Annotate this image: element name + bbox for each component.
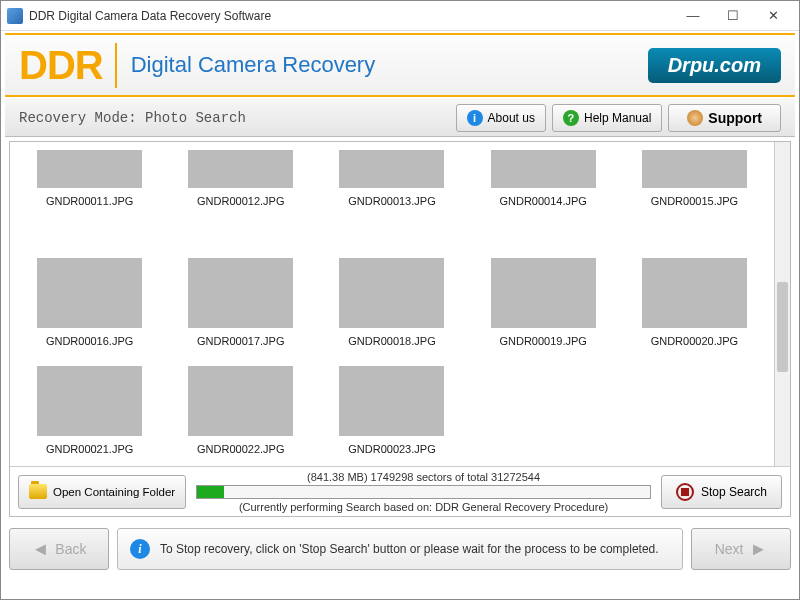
banner-subtitle: Digital Camera Recovery [131, 52, 648, 78]
thumbnail-item[interactable]: GNDR00020.JPG [621, 258, 768, 364]
thumbnail-image [642, 150, 747, 188]
thumbnail-image [37, 150, 142, 188]
thumbnail-filename: GNDR00013.JPG [348, 195, 435, 207]
progress-subtext: (Currently performing Search based on: D… [239, 501, 608, 513]
thumbnail-item[interactable]: GNDR00018.JPG [318, 258, 465, 364]
back-label: Back [55, 541, 86, 557]
about-button[interactable]: i About us [456, 104, 546, 132]
footer-info: i To Stop recovery, click on 'Stop Searc… [117, 528, 683, 570]
thumbnail-item[interactable]: GNDR00016.JPG [16, 258, 163, 364]
info-icon: i [467, 110, 483, 126]
progress-status: (841.38 MB) 1749298 sectors of total 312… [307, 471, 540, 483]
thumbnail-image [37, 366, 142, 436]
thumbnail-image [642, 258, 747, 328]
support-button[interactable]: Support [668, 104, 781, 132]
thumbnail-item[interactable]: GNDR00021.JPG [16, 366, 163, 466]
thumbnail-item[interactable]: GNDR00022.JPG [167, 366, 314, 466]
next-label: Next [715, 541, 744, 557]
thumbnail-image [188, 258, 293, 328]
thumbnail-image [37, 258, 142, 328]
main-panel: GNDR00011.JPGGNDR00012.JPGGNDR00013.JPGG… [9, 141, 791, 517]
back-button[interactable]: ◄ Back [9, 528, 109, 570]
progress-center: (841.38 MB) 1749298 sectors of total 312… [186, 471, 661, 513]
stop-icon [676, 483, 694, 501]
next-button[interactable]: Next ► [691, 528, 791, 570]
thumbnail-filename: GNDR00021.JPG [46, 443, 133, 455]
thumbnail-item[interactable]: GNDR00017.JPG [167, 258, 314, 364]
help-manual-button[interactable]: ? Help Manual [552, 104, 662, 132]
thumbnail-filename: GNDR00023.JPG [348, 443, 435, 455]
close-button[interactable]: ✕ [753, 2, 793, 30]
footer-info-text: To Stop recovery, click on 'Stop Search'… [160, 542, 659, 556]
banner-logo: DDR [19, 43, 117, 88]
help-icon: ? [563, 110, 579, 126]
progress-fill [197, 486, 224, 498]
scrollbar-handle[interactable] [777, 282, 788, 372]
progress-panel: Open Containing Folder (841.38 MB) 17492… [10, 466, 790, 516]
thumbnail-image [339, 150, 444, 188]
thumbnail-item[interactable]: GNDR00011.JPG [16, 150, 163, 256]
thumbnail-filename: GNDR00019.JPG [499, 335, 586, 347]
window-title: DDR Digital Camera Data Recovery Softwar… [29, 9, 673, 23]
info-icon: i [130, 539, 150, 559]
recovery-mode-label: Recovery Mode: Photo Search [19, 110, 450, 126]
thumbnail-item[interactable]: GNDR00023.JPG [318, 366, 465, 466]
scrollbar-track [775, 142, 790, 466]
help-label: Help Manual [584, 111, 651, 125]
thumbnail-filename: GNDR00015.JPG [651, 195, 738, 207]
about-label: About us [488, 111, 535, 125]
modebar: Recovery Mode: Photo Search i About us ?… [5, 99, 795, 137]
thumbnail-item[interactable]: GNDR00013.JPG [318, 150, 465, 256]
progress-bar [196, 485, 651, 499]
banner: DDR Digital Camera Recovery Drpu.com [5, 33, 795, 97]
open-folder-label: Open Containing Folder [53, 486, 175, 498]
thumbnail-image [188, 150, 293, 188]
thumbnail-filename: GNDR00012.JPG [197, 195, 284, 207]
minimize-button[interactable]: — [673, 2, 713, 30]
thumbnail-filename: GNDR00014.JPG [499, 195, 586, 207]
app-icon [7, 8, 23, 24]
support-icon [687, 110, 703, 126]
thumbnail-filename: GNDR00011.JPG [46, 195, 133, 207]
thumbnail-item[interactable]: GNDR00014.JPG [470, 150, 617, 256]
thumbnail-grid: GNDR00011.JPGGNDR00012.JPGGNDR00013.JPGG… [10, 142, 774, 466]
open-containing-folder-button[interactable]: Open Containing Folder [18, 475, 186, 509]
footer: ◄ Back i To Stop recovery, click on 'Sto… [1, 521, 799, 577]
thumbnail-item[interactable]: GNDR00015.JPG [621, 150, 768, 256]
thumbnail-filename: GNDR00020.JPG [651, 335, 738, 347]
support-label: Support [708, 110, 762, 126]
thumbnail-filename: GNDR00017.JPG [197, 335, 284, 347]
titlebar: DDR Digital Camera Data Recovery Softwar… [1, 1, 799, 31]
scrollbar[interactable] [774, 142, 790, 466]
thumbnail-image [491, 150, 596, 188]
next-arrow-icon: ► [749, 539, 767, 560]
stop-search-button[interactable]: Stop Search [661, 475, 782, 509]
thumbnail-item[interactable]: GNDR00012.JPG [167, 150, 314, 256]
thumbnail-filename: GNDR00022.JPG [197, 443, 284, 455]
back-arrow-icon: ◄ [32, 539, 50, 560]
website-badge[interactable]: Drpu.com [648, 48, 781, 83]
thumbnail-filename: GNDR00016.JPG [46, 335, 133, 347]
thumbnail-item[interactable]: GNDR00019.JPG [470, 258, 617, 364]
stop-label: Stop Search [701, 485, 767, 499]
folder-icon [29, 484, 47, 499]
thumbnail-image [188, 366, 293, 436]
maximize-button[interactable]: ☐ [713, 2, 753, 30]
thumbnail-filename: GNDR00018.JPG [348, 335, 435, 347]
thumbnail-image [491, 258, 596, 328]
thumbnail-image [339, 366, 444, 436]
thumbnail-area: GNDR00011.JPGGNDR00012.JPGGNDR00013.JPGG… [10, 142, 790, 466]
thumbnail-image [339, 258, 444, 328]
